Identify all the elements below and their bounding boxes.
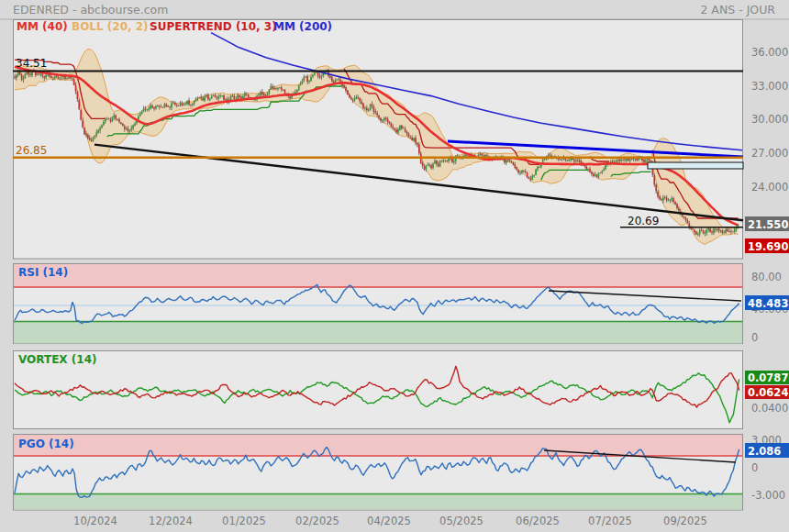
- x-axis-label: 01/2025: [222, 515, 266, 527]
- x-axis-label: 07/2025: [588, 515, 632, 527]
- last-price-badge-text: 21.550: [748, 218, 788, 231]
- price-axis-label: 30.000: [751, 113, 788, 126]
- x-axis-label: 12/2024: [149, 515, 193, 527]
- vortex-title: VORTEX (14): [18, 353, 96, 366]
- pgo-axis-mid: 0: [751, 461, 758, 474]
- rsi-badge-text: 48.483: [748, 297, 788, 310]
- x-axis-label: 10/2024: [73, 515, 117, 527]
- price-axis-label: 27.000: [751, 147, 788, 160]
- resistance-label: 34.51: [16, 57, 47, 70]
- vortex-plus-badge-text: 0.0787: [748, 371, 788, 384]
- pgo-upper-zone: [14, 435, 742, 456]
- legend-boll[interactable]: BOLL (20, 2): [72, 20, 149, 33]
- rsi-axis-bottom: 0: [751, 331, 758, 344]
- pgo-badge-text: 2.086: [748, 445, 781, 458]
- legend-mm200[interactable]: MM (200): [273, 20, 332, 33]
- price-axis-label: 36.000: [751, 46, 788, 59]
- support-label: 26.85: [16, 144, 47, 157]
- legend-supertrend[interactable]: SUPERTREND (10, 3): [150, 20, 277, 33]
- rsi-overbought-zone: [14, 264, 742, 287]
- legend-mm40[interactable]: MM (40): [17, 20, 68, 33]
- rsi-axis-top: 80.00: [751, 271, 782, 283]
- vortex-axis-mid: 0.0400: [751, 402, 788, 415]
- vortex-minus-badge-text: 0.0624: [748, 386, 788, 399]
- x-axis-label: 05/2025: [439, 515, 483, 527]
- app-title: EDENRED - abcbourse.com: [13, 3, 168, 17]
- pgo-lower-zone: [14, 494, 742, 510]
- rsi-oversold-zone: [14, 322, 742, 344]
- chart-app: EDENRED - abcbourse.com 2 ANS - JOUR 34.…: [0, 0, 789, 532]
- x-axis: 10/2024 12/2024 01/2025 02/2025 04/2025 …: [73, 515, 707, 527]
- x-axis-label: 06/2025: [516, 515, 560, 527]
- low-label: 20.69: [628, 215, 659, 227]
- price-axis-label: 33.000: [751, 80, 788, 93]
- x-axis-label: 04/2025: [367, 515, 411, 527]
- pgo-axis-bottom: -3.000: [751, 489, 785, 502]
- price-zone-box[interactable]: [648, 162, 743, 169]
- pgo-title: PGO (14): [18, 438, 74, 450]
- alt-price-badge-text: 19.690: [748, 240, 788, 253]
- chart-canvas: EDENRED - abcbourse.com 2 ANS - JOUR 34.…: [0, 0, 789, 532]
- x-axis-label: 09/2025: [663, 515, 707, 527]
- x-axis-label: 02/2025: [295, 515, 339, 527]
- rsi-title: RSI (14): [18, 266, 68, 279]
- price-axis-label: 24.000: [751, 181, 788, 194]
- timeframe-label: 2 ANS - JOUR: [700, 3, 775, 17]
